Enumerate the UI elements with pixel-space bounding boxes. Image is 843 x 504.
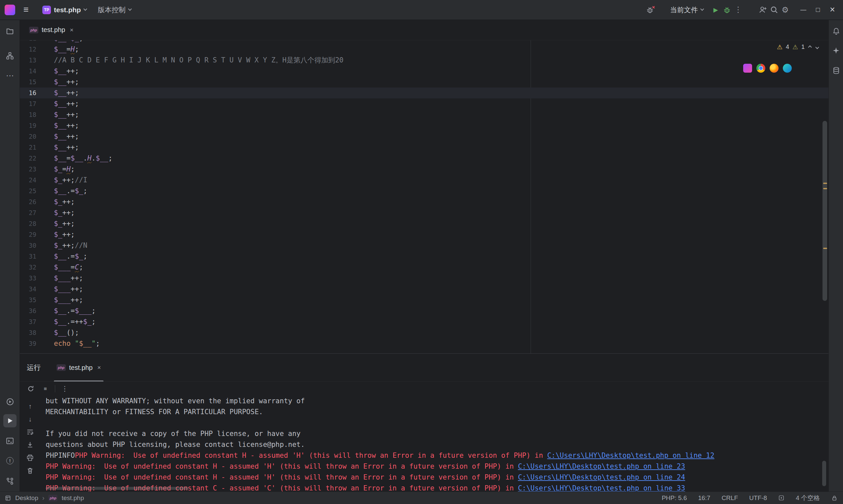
code-line-15[interactable]: 15$__++; [20, 77, 828, 88]
clear-console-button[interactable] [25, 466, 35, 475]
code-line-26[interactable]: 26$_++; [20, 197, 828, 208]
code-line-29[interactable]: 29$_++; [20, 229, 828, 240]
sidebar-item-notifications[interactable] [831, 26, 841, 36]
encoding-widget[interactable]: UTF-8 [743, 494, 773, 502]
vcs-widget[interactable]: 版本控制 [94, 3, 135, 17]
code-line-22[interactable]: 22$__=$__.H.$__; [20, 153, 828, 164]
ide-errors-button[interactable]: × [644, 4, 656, 16]
more-actions-button[interactable]: ⋮ [733, 4, 744, 16]
code-line-27[interactable]: 27$_++; [20, 208, 828, 218]
minimize-button[interactable]: — [796, 3, 811, 17]
code-line-24[interactable]: 24$_++;//I [20, 175, 828, 186]
main-menu-button[interactable]: ≡ [20, 4, 32, 16]
line-content[interactable]: $_++;//N [54, 240, 87, 251]
code-editor[interactable]: 11$__=$_;12$__=H;13//A B C D E F G H I J… [20, 40, 828, 354]
code-line-20[interactable]: 20$__++; [20, 131, 828, 142]
file-link[interactable]: C:\Users\LHY\Desktop\test.php on line 24 [518, 473, 685, 481]
caret-position-widget[interactable]: 16:7 [692, 494, 716, 502]
line-content[interactable]: $__.=++$_; [54, 317, 96, 327]
line-content[interactable]: $__++; [54, 120, 79, 131]
rerun-button[interactable] [26, 384, 36, 394]
line-content[interactable]: $_++; [54, 208, 75, 218]
editor-tab-test-php[interactable]: php test.php × [24, 20, 79, 40]
line-content[interactable]: $__++; [54, 98, 79, 109]
breadcrumb-file[interactable]: test.php [62, 494, 84, 502]
sidebar-item-project[interactable] [5, 26, 15, 36]
code-line-13[interactable]: 13//A B C D E F G H I J K L M N O P Q R … [20, 55, 828, 66]
console-lines[interactable]: but WITHOUT ANY WARRANTY; without even t… [46, 396, 828, 491]
editor-scrollbar-thumb[interactable] [823, 121, 827, 301]
code-line-23[interactable]: 23$_=H; [20, 164, 828, 175]
file-link[interactable]: C:\Users\LHY\Desktop\test.php on line 23 [518, 462, 685, 470]
line-content[interactable]: $__++; [54, 88, 79, 98]
sidebar-item-run[interactable] [5, 416, 15, 426]
sidebar-item-structure[interactable] [5, 51, 15, 60]
down-stack-trace-button[interactable]: ↓ [25, 414, 35, 424]
code-line-32[interactable]: 32$___=C; [20, 262, 828, 273]
code-line-33[interactable]: 33$___++; [20, 273, 828, 284]
code-line-19[interactable]: 19$__++; [20, 120, 828, 131]
line-content[interactable]: $__++; [54, 131, 79, 142]
code-line-21[interactable]: 21$__++; [20, 142, 828, 153]
breadcrumb-root[interactable]: Desktop [15, 494, 38, 502]
code-line-31[interactable]: 31$__.=$_; [20, 251, 828, 262]
code-line-30[interactable]: 30$_++;//N [20, 240, 828, 251]
status-breadcrumb[interactable]: Desktop › php test.php [5, 494, 84, 502]
builtin-preview-button[interactable] [743, 64, 752, 73]
console-scrollbar-thumb[interactable] [822, 461, 826, 486]
line-content[interactable]: $_++; [54, 229, 75, 240]
debug-button[interactable] [721, 4, 733, 16]
previous-problem-button[interactable] [808, 45, 812, 49]
indent-widget[interactable]: 4 个空格 [790, 494, 825, 502]
line-content[interactable]: $__++; [54, 77, 79, 88]
line-content[interactable]: echo "$__"; [54, 338, 100, 349]
php-version-widget[interactable]: PHP: 5.6 [656, 494, 692, 502]
line-content[interactable]: $___++; [54, 284, 83, 294]
edge-icon[interactable] [783, 64, 792, 73]
code-line-38[interactable]: 38$__(); [20, 327, 828, 338]
run-button[interactable]: ▶ [710, 4, 721, 16]
line-content[interactable]: $__++; [54, 66, 79, 77]
sidebar-item-more[interactable]: ⋯ [5, 71, 15, 80]
code-lines[interactable]: 11$__=$_;12$__=H;13//A B C D E F G H I J… [20, 40, 828, 349]
console-more-button[interactable]: ⋮ [60, 384, 70, 394]
code-line-18[interactable]: 18$__++; [20, 109, 828, 120]
line-content[interactable]: $_++;//I [54, 175, 87, 186]
next-problem-button[interactable] [815, 45, 819, 49]
code-line-14[interactable]: 14$__++; [20, 66, 828, 77]
line-content[interactable]: $__(); [54, 327, 79, 338]
close-button[interactable]: × [825, 3, 840, 17]
line-content[interactable]: $__=H; [54, 44, 79, 55]
run-config-widget[interactable]: 当前文件 [667, 3, 707, 17]
project-widget[interactable]: TP test.php [39, 3, 90, 17]
firefox-icon[interactable] [770, 64, 778, 73]
line-content[interactable]: $__=$__.H.$__; [54, 153, 113, 164]
line-content[interactable]: $__.=$_; [54, 251, 87, 262]
sidebar-item-services[interactable] [5, 397, 15, 406]
up-stack-trace-button[interactable]: ↑ [25, 402, 35, 411]
chrome-icon[interactable] [756, 64, 765, 73]
line-content[interactable]: $__.=$_; [54, 186, 87, 197]
inspections-widget[interactable]: ⚠ 4 ⚠ 1 [777, 43, 819, 51]
file-link[interactable]: C:\Users\LHY\Desktop\test.php on line 12 [547, 451, 715, 460]
tab-close-icon[interactable]: × [70, 26, 73, 34]
soft-wrap-button[interactable] [25, 427, 35, 437]
line-separator-widget[interactable]: CRLF [716, 494, 744, 502]
line-content[interactable]: //A B C D E F G H I J K L M N O P Q R S … [54, 55, 343, 66]
code-line-17[interactable]: 17$__++; [20, 98, 828, 109]
line-content[interactable]: $__.=$___; [54, 306, 96, 317]
status-widget-button[interactable] [773, 495, 790, 501]
line-content[interactable]: $___++; [54, 273, 83, 284]
line-content[interactable]: $___=C; [54, 262, 83, 273]
code-line-28[interactable]: 28$_++; [20, 218, 828, 229]
line-content[interactable]: $_++; [54, 218, 75, 229]
sidebar-item-database[interactable] [831, 66, 841, 75]
code-line-35[interactable]: 35$___++; [20, 294, 828, 306]
search-everywhere-button[interactable] [768, 4, 779, 16]
code-line-11[interactable]: 11$__=$_; [20, 40, 828, 44]
stop-button[interactable]: ■ [40, 384, 50, 394]
console-horizontal-scrollbar-thumb[interactable] [46, 487, 188, 490]
code-line-34[interactable]: 34$___++; [20, 284, 828, 294]
print-button[interactable] [25, 453, 35, 462]
line-content[interactable]: $_=H; [54, 164, 75, 175]
